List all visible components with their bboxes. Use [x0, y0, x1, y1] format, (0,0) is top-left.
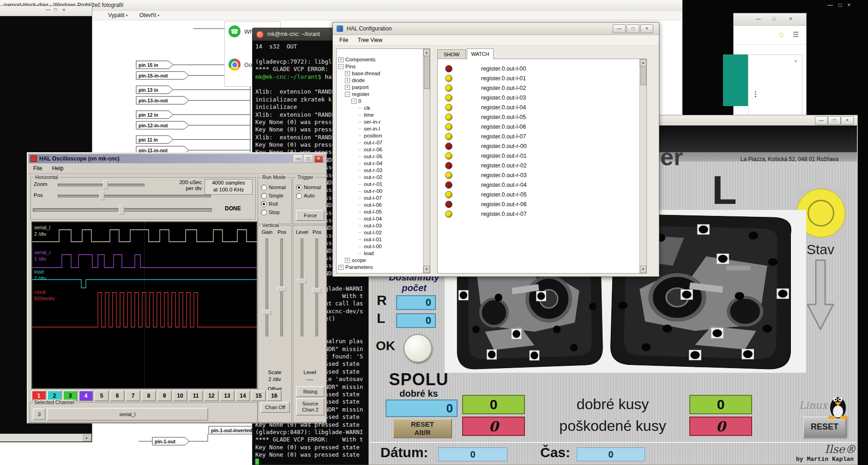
tree-item-out-l-07[interactable]: ─out-l-07	[337, 195, 423, 202]
maximize-button[interactable]: □	[304, 155, 313, 163]
pos-slider[interactable]	[58, 195, 211, 197]
watch-row[interactable]: register.0.out-r-03	[438, 170, 639, 180]
run-mode-radio-roll[interactable]: Roll	[258, 200, 291, 208]
maximize-button[interactable]: □	[828, 116, 841, 125]
close-button[interactable]: ×	[841, 116, 854, 125]
tree-item-out-l-01[interactable]: ─out-l-01	[337, 236, 423, 243]
watch-row[interactable]: register.0.out-l-06	[438, 122, 639, 131]
scroll-thumb[interactable]	[640, 66, 646, 85]
channel-button-16[interactable]: 16	[267, 390, 282, 401]
watch-row[interactable]: register.0.out-l-00	[438, 64, 639, 73]
channel-button-12[interactable]: 12	[204, 390, 219, 401]
run-mode-radio-stop[interactable]: Stop	[258, 208, 291, 216]
left-photo-titlebar[interactable]: — □ ×	[0, 6, 92, 16]
expand-icon[interactable]: +	[345, 78, 350, 83]
zoom-slider-handle[interactable]	[103, 180, 108, 189]
tree-item-out-l-05[interactable]: ─out-l-05	[337, 209, 423, 215]
scroll-thumb[interactable]	[424, 56, 430, 89]
scroll-up-icon[interactable]: ▲	[423, 49, 430, 56]
channel-button-13[interactable]: 13	[220, 390, 235, 401]
watch-row[interactable]: register.0.out-r-06	[438, 199, 639, 209]
tree-item-out-r-07[interactable]: ─out-r-07	[337, 139, 423, 146]
channel-button-6[interactable]: 6	[110, 390, 125, 401]
tree-item-out-l-02[interactable]: ─out-l-02	[337, 229, 423, 236]
watch-scrollbar[interactable]: ▲ ▼	[639, 59, 646, 273]
tree-item-parport[interactable]: +parport	[337, 84, 423, 91]
menu-file[interactable]: File	[33, 163, 42, 173]
tree-item-out-l-04[interactable]: ─out-l-04	[337, 215, 423, 222]
tree-item-out-l-03[interactable]: ─out-l-03	[337, 222, 423, 229]
close-icon[interactable]: ×	[789, 16, 792, 22]
expand-icon[interactable]: +	[338, 265, 344, 270]
tree-item-time[interactable]: ─time	[337, 112, 423, 119]
channel-button-5[interactable]: 5	[94, 390, 109, 401]
watch-row[interactable]: register.0.out-r-00	[438, 141, 639, 151]
close-icon[interactable]: ×	[847, 2, 850, 8]
channel-button-4[interactable]: 4	[78, 390, 93, 401]
menu-otevrit[interactable]: Otevřít ▾	[139, 11, 159, 20]
scroll-down-icon[interactable]: ▼	[423, 266, 430, 273]
watch-row[interactable]: register.0.out-r-05	[438, 190, 639, 199]
expand-icon[interactable]: +	[345, 85, 350, 90]
scroll-strip[interactable]: ▸	[0, 434, 91, 441]
trigger-pos-slider-handle[interactable]	[312, 288, 321, 293]
tab-watch[interactable]: WATCH	[467, 48, 494, 59]
tree-item-load[interactable]: ─load	[337, 250, 423, 257]
collapse-icon[interactable]: −	[345, 92, 350, 97]
watch-row[interactable]: register.0.out-l-03	[438, 93, 639, 102]
tree-item-out-r-06[interactable]: ─out-r-06	[337, 146, 423, 153]
watch-row[interactable]: register.0.out-l-01	[438, 73, 639, 83]
reset-button[interactable]: RESET	[803, 416, 846, 437]
hal-config-titlebar[interactable]: HAL Configuration — □ ×	[333, 23, 659, 35]
close-icon[interactable]	[256, 31, 264, 38]
watch-row[interactable]: register.0.out-r-07	[438, 209, 639, 219]
tree-item-out-r-05[interactable]: ─out-r-05	[337, 153, 423, 160]
watch-row[interactable]: register.0.out-l-07	[438, 131, 639, 141]
reset-alt-button[interactable]: RESETAlt/R	[393, 419, 452, 438]
expand-icon[interactable]: +	[338, 57, 344, 62]
close-button[interactable]: ×	[640, 24, 653, 33]
watch-row[interactable]: register.0.out-r-01	[438, 151, 639, 161]
collapse-icon[interactable]: −	[338, 64, 344, 69]
trigger-level-slider[interactable]	[301, 238, 303, 336]
menu-vypalit[interactable]: Vypálit ▾	[108, 11, 128, 20]
close-icon[interactable]: ×	[794, 58, 797, 65]
minimize-icon[interactable]: —	[756, 16, 761, 21]
vertical-pos-slider-handle[interactable]	[277, 286, 286, 292]
menu-file[interactable]: File	[339, 35, 348, 45]
tree-item-out-r-02[interactable]: ─out-r-02	[337, 174, 423, 181]
run-mode-radio-normal[interactable]: Normal	[258, 183, 291, 191]
menu-hamburger-icon[interactable]: ☰	[793, 30, 799, 39]
browser-titlebar[interactable]: — □ ×	[734, 13, 806, 26]
channel-button-15[interactable]: 15	[251, 390, 266, 401]
expand-icon[interactable]: +	[345, 258, 350, 263]
tab-show[interactable]: SHOW	[437, 49, 466, 59]
tree-item-ser-in-r[interactable]: ─ser-in-r	[337, 119, 423, 125]
force-button[interactable]: Force	[296, 210, 325, 221]
pos-slider-handle[interactable]	[99, 191, 104, 200]
watch-row[interactable]: register.0.out-l-05	[438, 112, 639, 122]
trigger-level-slider-handle[interactable]	[297, 279, 307, 284]
watch-row[interactable]: register.0.out-l-04	[438, 102, 639, 112]
minimize-button[interactable]: —	[815, 116, 828, 125]
record-position-handle[interactable]	[119, 205, 124, 215]
tree-item-position[interactable]: ─position	[337, 132, 423, 139]
tree-item-out-l-06[interactable]: ─out-l-06	[337, 202, 423, 209]
watch-row[interactable]: register.0.out-r-02	[438, 161, 639, 170]
tree-item-base-thread[interactable]: +base-thread	[337, 70, 423, 77]
tree-item-register[interactable]: −register	[337, 91, 423, 98]
scroll-down-icon[interactable]: ▼	[640, 266, 646, 273]
run-mode-radio-single[interactable]: Single	[258, 191, 291, 200]
ok-indicator[interactable]	[404, 334, 432, 363]
channel-button-8[interactable]: 8	[141, 390, 156, 401]
scroll-arrow-icon[interactable]: ▸	[83, 435, 90, 441]
expand-icon[interactable]: +	[345, 71, 350, 76]
trigger-radio-normal[interactable]: Normal	[293, 183, 326, 191]
maximize-button[interactable]: □	[627, 24, 639, 33]
close-button[interactable]: ×	[314, 155, 323, 163]
oscilloscope-titlebar[interactable]: HAL Oscilloscope (on mk-cnc) — □ ×	[29, 154, 325, 163]
minimize-button[interactable]: —	[294, 155, 303, 163]
watch-row[interactable]: register.0.out-l-02	[438, 83, 639, 93]
maximize-icon[interactable]: □	[772, 16, 776, 21]
tree-item-Parameters[interactable]: +Parameters	[337, 264, 423, 271]
